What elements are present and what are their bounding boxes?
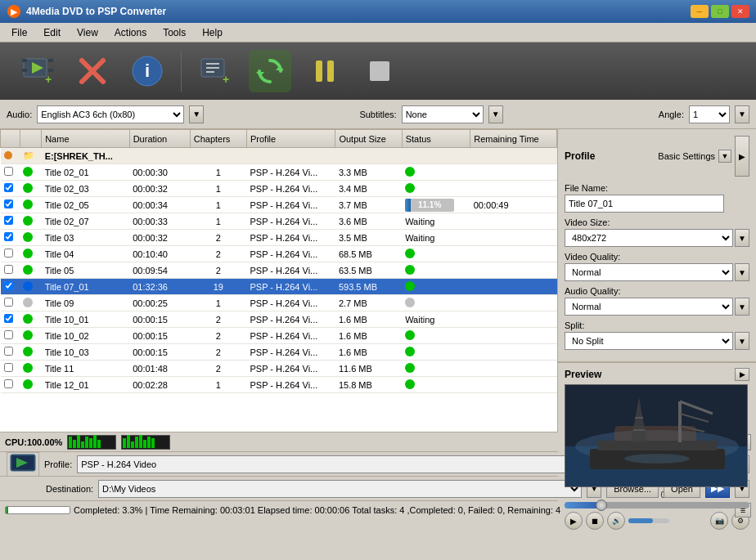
add-chapter-button[interactable]: + — [194, 50, 236, 92]
file-name-input[interactable] — [565, 195, 724, 213]
split-select[interactable]: No Split — [565, 332, 733, 350]
audio-dropdown-btn[interactable]: ▼ — [189, 105, 204, 123]
row-checkbox[interactable] — [4, 232, 13, 241]
row-output-size: 1.6 MB — [335, 344, 402, 361]
status-icon — [23, 347, 33, 356]
menu-edit[interactable]: Edit — [35, 25, 69, 40]
table-row[interactable]: Title 02_07 00:00:33 1 PSP - H.264 Vi...… — [1, 213, 557, 230]
table-row[interactable]: Title 10_03 00:00:15 2 PSP - H.264 Vi...… — [1, 344, 557, 361]
angle-select[interactable]: 1 — [689, 105, 730, 123]
row-checkbox[interactable] — [4, 298, 13, 307]
row-checkbox[interactable] — [4, 330, 13, 339]
row-checkbox[interactable] — [4, 199, 13, 208]
row-profile: PSP - H.264 Vi... — [247, 328, 335, 344]
table-row[interactable]: Title 10_01 00:00:15 2 PSP - H.264 Vi...… — [1, 311, 557, 328]
status-icon — [23, 330, 33, 340]
basic-settings-dropdown-btn[interactable]: ▼ — [718, 150, 731, 163]
folder-icon: 📁 — [23, 150, 34, 160]
row-duration: 00:00:15 — [129, 328, 190, 344]
volume-slider[interactable] — [628, 518, 669, 523]
row-name: Title 12_01 — [42, 377, 130, 393]
subtitles-dropdown-btn[interactable]: ▼ — [488, 105, 503, 123]
close-button[interactable]: ✕ — [731, 5, 749, 18]
info-button[interactable]: i — [126, 50, 169, 92]
col-remaining: Remaining Time — [470, 130, 557, 148]
row-profile: PSP - H.264 Vi... — [247, 377, 335, 393]
rotate-button[interactable] — [249, 50, 291, 92]
minimize-button[interactable]: ─ — [691, 5, 709, 18]
row-remaining: 00:00:49 — [470, 197, 557, 213]
audio-quality-dropdown-btn[interactable]: ▼ — [735, 298, 749, 316]
table-row[interactable]: Title 11 00:01:48 2 PSP - H.264 Vi... 11… — [1, 361, 557, 377]
status-icon — [23, 379, 33, 389]
row-remaining — [470, 164, 557, 181]
video-quality-select[interactable]: Normal — [565, 263, 733, 281]
audio-select[interactable]: English AC3 6ch (0x80) — [37, 105, 184, 123]
table-row[interactable]: Title 09 00:00:25 1 PSP - H.264 Vi... 2.… — [1, 295, 557, 311]
video-size-select[interactable]: 480x272 — [565, 229, 733, 247]
table-row[interactable]: Title 05 00:09:54 2 PSP - H.264 Vi... 63… — [1, 262, 557, 279]
expand-panel-btn[interactable]: ▶ — [735, 136, 749, 177]
maximize-button[interactable]: □ — [711, 5, 729, 18]
menu-file[interactable]: File — [3, 25, 35, 40]
row-duration: 00:00:30 — [129, 164, 190, 181]
menu-tools[interactable]: Tools — [155, 25, 194, 40]
pause-button[interactable] — [304, 50, 346, 92]
split-dropdown-btn[interactable]: ▼ — [735, 332, 749, 350]
table-row[interactable]: Title 02_01 00:00:30 1 PSP - H.264 Vi...… — [1, 164, 557, 181]
status-icon — [23, 199, 33, 209]
folder-row[interactable]: 📁 E:[SHREK_TH... — [1, 148, 557, 164]
video-quality-dropdown-btn[interactable]: ▼ — [735, 263, 749, 281]
table-row[interactable]: Title 10_02 00:00:15 2 PSP - H.264 Vi...… — [1, 328, 557, 344]
row-checkbox[interactable] — [4, 216, 13, 225]
row-duration: 00:00:34 — [129, 197, 190, 213]
table-row[interactable]: Title 07_01 01:32:36 19 PSP - H.264 Vi..… — [1, 279, 557, 295]
menu-view[interactable]: View — [69, 25, 106, 40]
stop-button[interactable] — [358, 50, 401, 92]
table-row[interactable]: Title 12_01 00:02:28 1 PSP - H.264 Vi...… — [1, 377, 557, 393]
add-video-button[interactable]: + — [16, 50, 59, 92]
svg-text:▶: ▶ — [11, 7, 18, 16]
row-duration: 00:00:15 — [129, 311, 190, 328]
status-icon — [23, 314, 33, 324]
row-checkbox[interactable] — [4, 314, 13, 323]
row-profile: PSP - H.264 Vi... — [247, 164, 335, 181]
dest-select[interactable]: D:\My Videos — [98, 480, 582, 498]
row-chapters: 2 — [190, 262, 246, 279]
row-remaining — [470, 328, 557, 344]
preview-expand-btn[interactable]: ▶ — [735, 368, 749, 381]
row-remaining — [470, 181, 557, 197]
folder-dot — [4, 151, 12, 159]
audio-quality-select[interactable]: Normal — [565, 298, 733, 316]
row-remaining — [470, 344, 557, 361]
row-checkbox[interactable] — [4, 363, 13, 372]
row-checkbox[interactable] — [4, 167, 13, 176]
angle-dropdown-btn[interactable]: ▼ — [735, 105, 749, 123]
row-checkbox[interactable] — [4, 183, 13, 192]
table-row[interactable]: Title 02_05 00:00:34 1 PSP - H.264 Vi...… — [1, 197, 557, 213]
table-row[interactable]: Title 04 00:10:40 2 PSP - H.264 Vi... 68… — [1, 246, 557, 262]
row-status — [402, 344, 470, 361]
row-checkbox[interactable] — [4, 249, 13, 258]
row-checkbox[interactable] — [4, 281, 13, 290]
file-name-label: File Name: — [565, 183, 749, 193]
menu-help[interactable]: Help — [194, 25, 231, 40]
table-row[interactable]: Title 02_03 00:00:32 1 PSP - H.264 Vi...… — [1, 181, 557, 197]
video-size-dropdown-btn[interactable]: ▼ — [735, 229, 749, 247]
row-profile: PSP - H.264 Vi... — [247, 246, 335, 262]
row-checkbox[interactable] — [4, 265, 13, 274]
status-text: Completed: 3.3% | Time Remaining: 00:03:… — [74, 505, 560, 515]
remove-button[interactable] — [71, 50, 114, 92]
menu-actions[interactable]: Actions — [106, 25, 155, 40]
row-name: Title 02_07 — [42, 213, 130, 230]
row-name: Title 10_02 — [42, 328, 130, 344]
status-icon — [23, 298, 33, 307]
table-row[interactable]: Title 03 00:00:32 2 PSP - H.264 Vi... 3.… — [1, 230, 557, 246]
angle-label: Angle: — [659, 110, 684, 119]
row-checkbox[interactable] — [4, 379, 13, 388]
svg-point-36 — [624, 454, 690, 464]
row-checkbox[interactable] — [4, 347, 13, 356]
seek-bar[interactable] — [565, 502, 749, 508]
subtitles-select[interactable]: None — [402, 105, 484, 123]
row-status — [402, 164, 470, 181]
